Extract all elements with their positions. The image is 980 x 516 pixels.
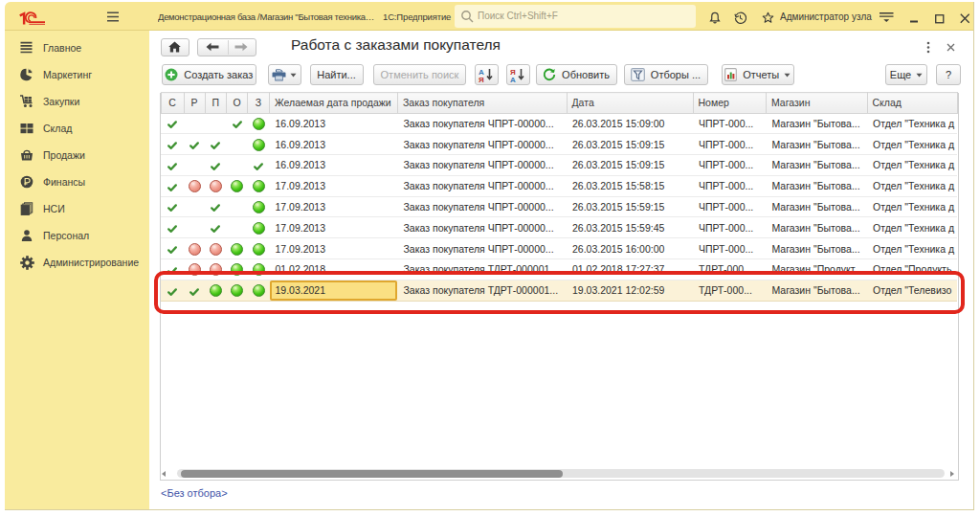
svg-text:А: А — [510, 76, 516, 82]
svg-text:Я: Я — [479, 76, 484, 82]
